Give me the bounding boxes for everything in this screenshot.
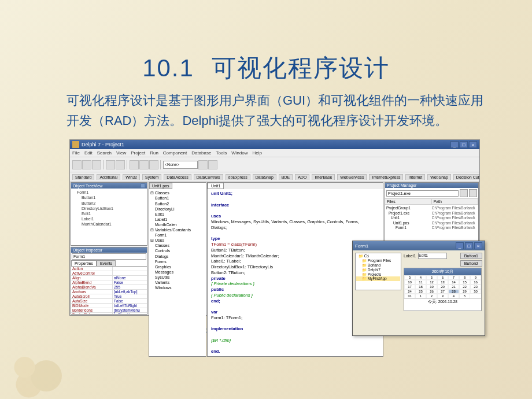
menu-item[interactable]: Edit [84, 150, 93, 156]
menu-item[interactable]: Search [97, 150, 112, 156]
toolbar-button[interactable] [130, 160, 139, 169]
calendar-day[interactable]: 8 [459, 275, 470, 280]
toolbar-button[interactable] [82, 160, 91, 169]
structure-item[interactable]: Button1 [150, 195, 205, 201]
menu-item[interactable]: Run [150, 150, 158, 156]
tree-item[interactable]: Button1 [72, 195, 146, 200]
calendar-day[interactable]: 27 [437, 289, 448, 294]
structure-item[interactable]: Messages [150, 269, 205, 275]
button2-component[interactable]: Button2 [460, 260, 482, 267]
menu-item[interactable]: View [116, 150, 126, 156]
calendar-day[interactable]: 6 [437, 275, 448, 280]
project-tree[interactable]: ProjectGroup1C:\Program Files\Borland\Pr… [385, 205, 478, 231]
structure-item[interactable]: MonthCalen [150, 222, 205, 227]
calendar-day[interactable]: 4 [415, 275, 426, 280]
calendar-day[interactable]: 1 [415, 294, 426, 298]
calendar-day[interactable]: 12 [426, 280, 437, 285]
calendar-day[interactable]: 5 [426, 275, 437, 280]
structure-item[interactable]: SysUtils [150, 275, 205, 280]
directory-listbox[interactable]: 📁 C:\📁 Program Files📁 Borland📁 Delphi7📁 … [355, 253, 401, 290]
structure-group[interactable]: ⊟ Variables/Constants [150, 227, 205, 232]
form-close-button[interactable]: × [474, 242, 482, 249]
structure-group[interactable]: ⊟ Classes [150, 190, 205, 195]
structure-item[interactable]: Forms [150, 259, 205, 264]
calendar-day[interactable]: 29 [459, 289, 470, 294]
directory-item[interactable]: 📁 C:\ [356, 254, 400, 258]
property-row[interactable]: AutoSizeFalse [71, 299, 147, 304]
toolbar-button[interactable] [92, 160, 101, 169]
menu-item[interactable]: Window [231, 150, 247, 156]
menu-item[interactable]: Help [253, 150, 262, 156]
property-row[interactable]: BorderStylebsSizeable [71, 313, 147, 315]
palette-tab[interactable]: ADO [295, 174, 309, 180]
calendar-day[interactable]: 14 [448, 280, 459, 285]
tab-properties[interactable]: Properties [71, 260, 97, 266]
palette-tab[interactable]: dbExpress [226, 174, 250, 180]
structure-item[interactable]: Button2 [150, 201, 205, 206]
button1-component[interactable]: Button1 [460, 253, 482, 259]
property-grid[interactable]: ActionActiveControlAlignalNoneAlphaBlend… [71, 267, 147, 315]
directory-item[interactable]: 📁 Program Files [356, 258, 400, 263]
code-tab[interactable]: Unit1 [208, 183, 224, 189]
form-designer[interactable]: Form1 _ □ × 📁 C:\📁 Program Files📁 Borlan… [352, 241, 485, 336]
calendar-day[interactable]: 21 [448, 285, 459, 289]
label-component[interactable]: Label1 [404, 254, 416, 258]
property-row[interactable]: BiDiModebdLeftToRight [71, 304, 147, 308]
structure-item[interactable]: DirectoryLi [150, 206, 205, 212]
palette-tab[interactable]: Decision Cube [453, 174, 479, 180]
tree-item[interactable]: Button2 [72, 201, 146, 206]
calendar-day[interactable]: 20 [437, 285, 448, 289]
palette-tab[interactable]: DataAccess [164, 174, 191, 180]
remove-button[interactable] [469, 189, 477, 197]
calendar-day[interactable]: 31 [404, 294, 415, 298]
property-row[interactable]: AlphaBlendFalse [71, 280, 147, 285]
menu-item[interactable]: Database [191, 150, 211, 156]
project-row[interactable]: Unit1.pasC:\Program Files\Borland\ [386, 221, 477, 226]
structure-content[interactable]: ⊟ ClassesButton1Button2DirectoryLiEdit1L… [149, 189, 206, 291]
calendar-day[interactable]: 13 [437, 280, 448, 285]
project-row[interactable]: ProjectGroup1C:\Program Files\Borland\ [386, 206, 477, 210]
month-calendar-component[interactable]: 2004年10月 3456789101112131415161718192021… [404, 268, 482, 311]
palette-tab[interactable]: DataSnap [253, 174, 276, 180]
project-row[interactable]: Form1C:\Program Files\Borland\ [386, 226, 477, 230]
structure-item[interactable]: Classes [150, 243, 205, 248]
palette-tab[interactable]: BDE [279, 174, 293, 180]
structure-item[interactable]: Controls [150, 248, 205, 253]
tab-events[interactable]: Events [97, 260, 116, 266]
structure-item[interactable]: Windows [150, 285, 205, 290]
calendar-day[interactable]: 3 [404, 275, 415, 280]
toolbar-button[interactable] [72, 160, 82, 169]
palette-tab[interactable]: System [142, 174, 161, 180]
property-row[interactable]: BorderIcons[biSystemMenu [71, 308, 147, 313]
calendar-day[interactable]: 9 [470, 275, 481, 280]
toolbar-button[interactable] [139, 160, 149, 169]
form-minimize-button[interactable]: _ [456, 242, 464, 249]
toolbar-button[interactable] [106, 160, 115, 169]
project-combo[interactable]: Project1.exe [386, 190, 459, 197]
palette-tab[interactable]: InternetExpress [369, 174, 403, 180]
directory-item[interactable]: 📁 MyFirstApp [356, 276, 400, 281]
calendar-day[interactable]: 4 [448, 294, 459, 298]
structure-item[interactable]: Label1 [150, 217, 205, 222]
calendar-day[interactable]: 5 [459, 294, 470, 298]
calendar-day[interactable]: 15 [459, 280, 470, 285]
calendar-day[interactable]: 28 [448, 289, 459, 294]
project-row[interactable]: Unit1C:\Program Files\Borland\ [386, 216, 477, 220]
form-maximize-button[interactable]: □ [465, 242, 473, 249]
calendar-day[interactable]: 26 [426, 289, 437, 294]
inspector-combo[interactable]: Form1 [72, 253, 146, 260]
calendar-day[interactable]: 23 [470, 285, 481, 289]
project-row[interactable]: Project1.exeC:\Program Files\Borland\ [386, 211, 477, 216]
object-tree-content[interactable]: Form1 Button1Button2DirectoryListBox1Edi… [71, 189, 147, 228]
menu-item[interactable]: Component [163, 150, 187, 156]
calendar-day[interactable]: 30 [470, 289, 481, 294]
toolbar-button[interactable] [149, 160, 158, 169]
minimize-button[interactable]: _ [450, 141, 459, 148]
structure-item[interactable]: Dialogs [150, 254, 205, 259]
palette-tab[interactable]: Additional [97, 174, 120, 180]
property-row[interactable]: AutoScrollTrue [71, 294, 147, 299]
edit-component[interactable]: Edit1 [418, 253, 447, 259]
maximize-button[interactable]: □ [460, 141, 468, 148]
menu-item[interactable]: File [72, 150, 80, 156]
palette-tab[interactable]: Internet [405, 174, 425, 180]
